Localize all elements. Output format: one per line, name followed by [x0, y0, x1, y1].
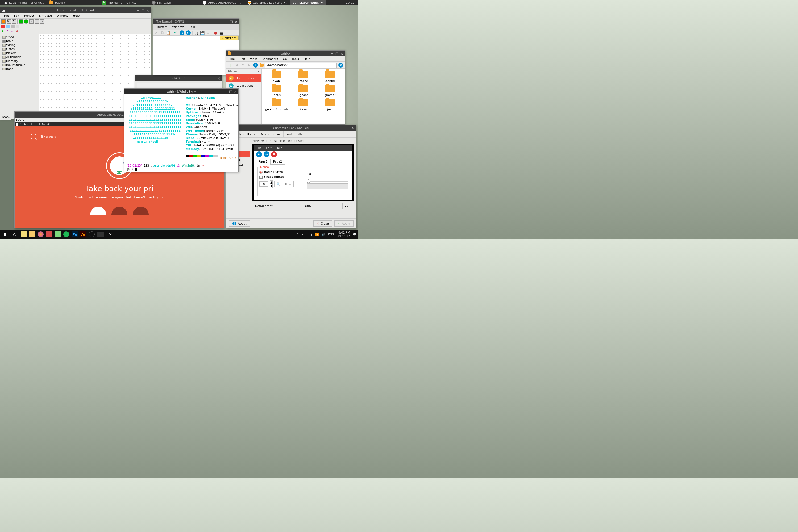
windows-taskbar[interactable]: ⊞ ○ Ps Ai ✕ ˄ ☁ ᛒ ▮ 📶 🔊 ENG 8:02 PM 3/1/… — [0, 230, 358, 239]
tree-item-main[interactable]: main — [1, 39, 38, 43]
down-arrow-icon[interactable]: ↓ — [11, 30, 15, 33]
input-pin-icon[interactable] — [19, 19, 23, 24]
file-item[interactable]: .java — [317, 99, 343, 111]
stop-icon[interactable]: ✕ — [271, 151, 277, 157]
forward-icon[interactable]: ▶ — [247, 63, 252, 68]
menu-go[interactable]: Go — [281, 57, 289, 61]
tab-page2[interactable]: Page2 — [270, 158, 285, 165]
logisim-secondary-toolbar[interactable] — [0, 24, 151, 29]
wunderlist-icon[interactable] — [46, 231, 52, 237]
maximize-icon[interactable]: □ — [347, 126, 350, 130]
tree-item-wiring[interactable]: Wiring — [1, 43, 38, 47]
poke-tool-icon[interactable] — [1, 19, 5, 24]
onedrive-icon[interactable]: ☁ — [301, 233, 304, 236]
checkbox-icon[interactable] — [259, 175, 263, 179]
spin-buttons[interactable]: ▲▼ — [270, 180, 273, 188]
gvim-titlebar[interactable]: [No Name] - GVIM1 − □ × — [153, 19, 239, 24]
menu-buffers[interactable]: BBuffersuffers — [155, 25, 169, 29]
minimize-icon[interactable]: − — [225, 20, 228, 23]
chevron-down-icon[interactable]: ▾ — [258, 70, 259, 73]
preview-toolbar[interactable]: ← → ✕ — [254, 151, 352, 158]
fm-menubar[interactable]: File Edit View Bookmarks Go Tools Help — [226, 56, 345, 62]
close-icon[interactable]: × — [352, 126, 355, 130]
pv-menu-edit[interactable]: Edit — [266, 146, 271, 150]
file-item[interactable]: .gnome2_private — [264, 99, 289, 111]
sidebar-home[interactable]: ⌂ Home Folder — [226, 75, 262, 82]
path-input[interactable] — [265, 62, 337, 68]
tree-root[interactable]: Untitled — [1, 35, 38, 39]
cut-icon[interactable]: ✂ — [154, 31, 158, 35]
file-grid[interactable]: .byobu.cache.config.dbus.gconf.gnome2.gn… — [262, 69, 345, 125]
preview-menubar[interactable]: File Edit Help — [254, 145, 352, 151]
file-item[interactable]: .config — [317, 71, 343, 83]
tab-font[interactable]: Font — [283, 131, 294, 137]
taskbar-item-kiki[interactable]: Kiki 0.5.6 — [149, 0, 173, 5]
file-explorer-icon[interactable] — [29, 231, 35, 237]
file-manager-window[interactable]: patrick − □ × File Edit View Bookmarks G… — [226, 50, 345, 125]
terminal-output[interactable]: ..::+*cc1111 c11111111111111c .cc1111111… — [125, 94, 238, 164]
menu-edit[interactable]: Edit — [12, 14, 21, 18]
text-tool-icon[interactable]: A — [12, 19, 16, 24]
menu-project[interactable]: Project — [22, 14, 36, 18]
up-arrow-icon[interactable]: ↑ — [6, 30, 10, 33]
tool2-icon[interactable] — [6, 25, 10, 28]
tree-item-base[interactable]: Base — [1, 67, 38, 71]
tree-item-gates[interactable]: Gates — [1, 47, 38, 51]
close-icon[interactable]: × — [233, 90, 237, 93]
maximize-icon[interactable]: □ — [141, 8, 145, 12]
table-icon[interactable]: ▦ — [220, 31, 224, 35]
file-item[interactable]: .byobu — [264, 71, 289, 83]
terminal-icon[interactable] — [97, 232, 104, 237]
tab-page1[interactable]: Page1 — [255, 158, 270, 165]
tab-mouse-cursor[interactable]: Mouse Cursor — [259, 131, 283, 137]
component-tree[interactable]: Untitled main Wiring Gates Plexers Arith… — [0, 34, 39, 119]
menu-window[interactable]: Window — [55, 14, 70, 18]
select-tool-icon[interactable]: ↖ — [7, 19, 11, 24]
about-button[interactable]: i About — [229, 220, 250, 227]
and-gate-icon[interactable]: ⊃ — [35, 19, 39, 24]
menu-help[interactable]: Help — [187, 25, 197, 29]
menu-help[interactable]: Help — [71, 14, 82, 18]
close-icon[interactable]: × — [234, 20, 238, 23]
spotify-icon[interactable] — [63, 231, 69, 237]
delete-icon[interactable]: ✕ — [16, 30, 19, 33]
logisim-tertiary-toolbar[interactable]: + ↑ ↓ ✕ — [0, 29, 151, 34]
menu-bookmarks[interactable]: Bookmarks — [260, 57, 280, 61]
close-icon[interactable]: × — [217, 76, 221, 80]
close-icon[interactable]: × — [340, 52, 344, 55]
add-icon[interactable]: + — [1, 30, 5, 33]
firefox-icon[interactable] — [38, 231, 44, 237]
logisim-titlebar[interactable]: Logisim: main of Untitled − □ × — [0, 7, 151, 13]
forward-icon[interactable]: → — [179, 30, 184, 35]
file-item[interactable]: .gnome2 — [317, 85, 343, 97]
menu-help[interactable]: Help — [302, 57, 312, 61]
font-name-input[interactable]: Sans — [276, 203, 340, 209]
photoshop-icon[interactable]: Ps — [72, 231, 78, 237]
clock-date[interactable]: 8:02 PM 3/1/2017 — [337, 231, 350, 238]
tab-label[interactable]: 1: About DuckDuckGo — [20, 122, 52, 126]
term-titlebar[interactable]: patrick@WinSuBk: ~ − □ × — [125, 89, 238, 94]
notifications-icon[interactable]: 💬 — [353, 233, 357, 236]
demo-button[interactable]: 🔍 button — [274, 181, 293, 187]
tree-item-io[interactable]: Input/Output — [1, 63, 38, 67]
save-session-icon[interactable]: 💾 — [200, 31, 204, 35]
menu-edit[interactable]: Edit — [237, 57, 247, 61]
minimize-icon[interactable]: − — [330, 52, 334, 55]
cortana-icon[interactable]: ○ — [11, 231, 18, 238]
forward-icon[interactable]: → — [264, 151, 269, 157]
maximize-icon[interactable]: □ — [229, 90, 232, 93]
minimize-icon[interactable]: − — [136, 8, 140, 12]
fm-titlebar[interactable]: patrick − □ × — [226, 51, 345, 56]
taskbar-item-ddg[interactable]: About DuckDuckGo - ... — [200, 0, 245, 5]
back-icon[interactable]: ← — [256, 151, 262, 157]
lxappearance-window[interactable]: Customize Look and Feel − □ × Color Icon… — [226, 125, 357, 228]
undo-icon[interactable]: ↶ — [174, 31, 178, 35]
edit-tool-icon[interactable] — [1, 25, 5, 28]
taskbar-item-terminal[interactable]: patrick@WinSuBk: ~ — [290, 0, 326, 5]
output-pin-icon[interactable] — [24, 19, 28, 24]
tree-item-plexers[interactable]: Plexers — [1, 51, 38, 55]
file-item[interactable]: .dbus — [264, 85, 289, 97]
gvim-toolbar[interactable]: ✂ ⧉ 📋 ↶ → ← ⬚ 💾 ⚙ ● ▦ — [153, 30, 239, 36]
history-dropdown-icon[interactable]: ▾ — [241, 63, 245, 68]
bluetooth-icon[interactable]: ᛒ — [306, 233, 308, 236]
